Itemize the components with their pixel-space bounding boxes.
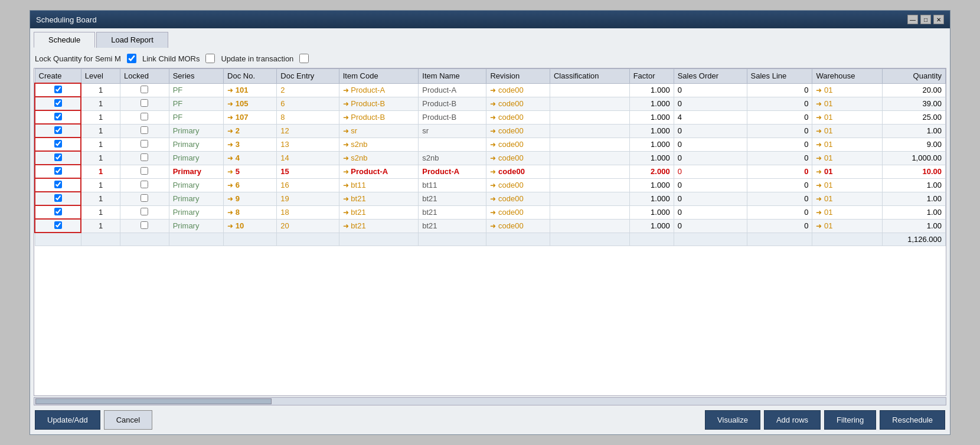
- classification-cell: [550, 205, 629, 219]
- col-sales-line: Sales Line: [747, 69, 812, 84]
- col-item-code: Item Code: [339, 69, 419, 84]
- create-cell: [35, 124, 81, 138]
- sales-line-cell: 0: [747, 205, 812, 219]
- arrow-icon: ➜: [490, 154, 496, 162]
- table-row: 1PF➜ 1078➜ Product-BProduct-B➜ code001.0…: [35, 110, 946, 124]
- arrow-icon: ➜: [490, 195, 496, 203]
- total-empty-cell: [35, 233, 81, 246]
- total-empty-cell: [224, 233, 277, 246]
- arrow-icon: ➜: [227, 86, 233, 94]
- minimize-button[interactable]: —: [907, 15, 918, 24]
- close-button[interactable]: ✕: [933, 15, 944, 24]
- cancel-button[interactable]: Cancel: [104, 410, 152, 430]
- doc-no-cell: ➜ 101: [224, 83, 277, 97]
- sales-line-cell: 0: [747, 178, 812, 192]
- locked-cell: [120, 83, 169, 97]
- sales-order-cell: 0: [674, 138, 747, 151]
- scrollbar-thumb[interactable]: [35, 398, 272, 404]
- locked-checkbox[interactable]: [141, 113, 148, 120]
- create-checkbox[interactable]: [54, 221, 62, 229]
- window-title: Scheduling Board: [36, 15, 97, 24]
- create-checkbox[interactable]: [54, 86, 62, 93]
- locked-cell: [120, 205, 169, 219]
- arrow-icon: ➜: [490, 86, 496, 94]
- col-locked: Locked: [120, 69, 169, 84]
- arrow-icon: ➜: [227, 154, 233, 162]
- item-name-cell: Product-A: [419, 83, 486, 97]
- create-checkbox[interactable]: [54, 208, 62, 215]
- locked-checkbox[interactable]: [141, 153, 148, 161]
- item-code-cell: ➜ s2nb: [339, 151, 419, 165]
- total-empty-cell: [486, 233, 550, 246]
- link-child-checkbox[interactable]: [205, 54, 215, 63]
- series-cell: PF: [169, 110, 223, 124]
- factor-cell: 2.000: [629, 165, 674, 178]
- lock-quantity-checkbox[interactable]: [127, 54, 136, 63]
- arrow-icon: ➜: [816, 140, 822, 149]
- create-checkbox[interactable]: [54, 181, 62, 188]
- arrow-icon: ➜: [490, 127, 496, 135]
- add-rows-button[interactable]: Add rows: [764, 410, 821, 430]
- filtering-button[interactable]: Filtering: [824, 410, 876, 430]
- arrow-icon: ➜: [343, 181, 349, 189]
- create-checkbox[interactable]: [54, 99, 62, 107]
- locked-checkbox[interactable]: [141, 181, 148, 188]
- total-empty-cell: [812, 233, 883, 246]
- locked-cell: [120, 124, 169, 138]
- factor-cell: 1.000: [629, 97, 674, 110]
- item-name-cell: Product-A: [419, 165, 486, 178]
- revision-cell: ➜ code00: [486, 205, 550, 219]
- arrow-icon: ➜: [227, 208, 233, 217]
- locked-checkbox[interactable]: [141, 194, 148, 202]
- locked-checkbox[interactable]: [141, 126, 148, 134]
- locked-checkbox[interactable]: [141, 208, 148, 215]
- create-checkbox[interactable]: [54, 153, 62, 161]
- arrow-icon: ➜: [816, 222, 822, 230]
- locked-checkbox[interactable]: [141, 221, 148, 229]
- sales-order-cell: 0: [674, 151, 747, 165]
- table-header-row: Create Level Locked Series Doc No. Doc E…: [35, 69, 946, 84]
- visualize-button[interactable]: Visualize: [705, 410, 760, 430]
- sales-line-cell: 0: [747, 219, 812, 233]
- create-checkbox[interactable]: [54, 194, 62, 202]
- locked-checkbox[interactable]: [141, 140, 148, 148]
- revision-cell: ➜ code00: [486, 178, 550, 192]
- classification-cell: [550, 219, 629, 233]
- table-body: 1PF➜ 1012➜ Product-AProduct-A➜ code001.0…: [35, 83, 946, 246]
- sales-line-cell: 0: [747, 165, 812, 178]
- item-code-cell: ➜ bt21: [339, 192, 419, 205]
- arrow-icon: ➜: [816, 208, 822, 217]
- footer-left: Update/Add Cancel: [35, 410, 152, 430]
- update-transaction-checkbox[interactable]: [299, 54, 309, 63]
- locked-checkbox[interactable]: [141, 86, 148, 93]
- doc-no-cell: ➜ 3: [224, 138, 277, 151]
- total-empty-cell: [629, 233, 674, 246]
- create-checkbox[interactable]: [54, 113, 62, 120]
- create-checkbox[interactable]: [54, 126, 62, 134]
- reschedule-button[interactable]: Reschedule: [880, 410, 945, 430]
- classification-cell: [550, 192, 629, 205]
- sales-line-cell: 0: [747, 138, 812, 151]
- revision-cell: ➜ code00: [486, 124, 550, 138]
- factor-cell: 1.000: [629, 192, 674, 205]
- create-checkbox[interactable]: [54, 167, 62, 175]
- locked-checkbox[interactable]: [141, 99, 148, 107]
- classification-cell: [550, 124, 629, 138]
- item-name-cell: Product-B: [419, 97, 486, 110]
- horizontal-scrollbar[interactable]: [34, 397, 946, 405]
- update-add-button[interactable]: Update/Add: [35, 410, 100, 430]
- total-empty-cell: [747, 233, 812, 246]
- locked-checkbox[interactable]: [141, 167, 148, 175]
- arrow-icon: ➜: [343, 168, 349, 176]
- maximize-button[interactable]: □: [920, 15, 931, 24]
- level-cell: 1: [81, 138, 120, 151]
- create-cell: [35, 178, 81, 192]
- title-bar: Scheduling Board — □ ✕: [30, 11, 950, 28]
- total-empty-cell: [277, 233, 339, 246]
- create-checkbox[interactable]: [54, 140, 62, 148]
- revision-cell: ➜ code00: [486, 97, 550, 110]
- revision-cell: ➜ code00: [486, 83, 550, 97]
- tab-schedule[interactable]: Schedule: [34, 32, 95, 48]
- tab-load-report[interactable]: Load Report: [96, 32, 168, 48]
- factor-cell: 1.000: [629, 178, 674, 192]
